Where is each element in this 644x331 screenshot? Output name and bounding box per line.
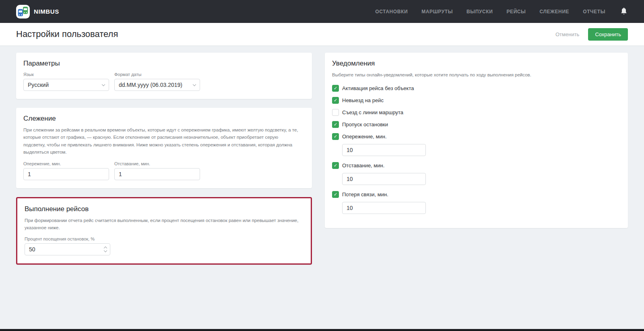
notification-item-label: Потеря связи, мин. [342, 191, 388, 197]
notification-item-label: Опережение, мин. [342, 134, 387, 140]
checkbox-checked-icon[interactable]: ✓ [332, 121, 339, 128]
page-title: Настройки пользователя [16, 29, 118, 39]
nav-item-остановки[interactable]: ОСТАНОВКИ [375, 9, 408, 14]
notification-item: ✓Потеря связи, мин. [332, 191, 621, 214]
notification-item: ✓Пропуск остановки [332, 121, 621, 128]
notification-threshold-input[interactable] [342, 173, 426, 185]
card-notifications-description: Выберите типы онлайн-уведомлений, которы… [332, 71, 610, 78]
nav-links: ОСТАНОВКИМАРШРУТЫВЫПУСКИРЕЙСЫСЛЕЖЕНИЕОТЧ… [375, 9, 605, 14]
bell-icon [620, 7, 628, 16]
number-stepper[interactable] [104, 243, 107, 255]
nav-item-слежение[interactable]: СЛЕЖЕНИЕ [539, 9, 569, 14]
nav-item-рейсы[interactable]: РЕЙСЫ [506, 9, 526, 14]
date-format-field: Формат даты dd.MM.yyyy (06.03.2019) [114, 72, 200, 91]
notifications-bell-button[interactable] [620, 7, 628, 16]
stop-visit-percent-input[interactable] [25, 243, 110, 255]
notification-checkbox-row[interactable]: Съезд с линии маршрута [332, 109, 621, 116]
notification-list: ✓Активация рейса без объекта✓Невыезд на … [332, 85, 621, 214]
notification-checkbox-row[interactable]: ✓Активация рейса без объекта [332, 85, 621, 92]
lead-minutes-label: Опережение, мин. [23, 161, 109, 166]
notification-item: Съезд с линии маршрута [332, 109, 621, 116]
card-parameters: Параметры Язык Русский Формат даты dd.MM… [16, 53, 312, 99]
lag-minutes-field: Отставание, мин. [114, 161, 200, 180]
language-field: Язык Русский [23, 72, 109, 91]
notification-checkbox-row[interactable]: ✓Опережение, мин. [332, 133, 621, 140]
chevron-down-icon [102, 82, 105, 86]
card-notifications: Уведомления Выберите типы онлайн-уведомл… [325, 53, 628, 228]
card-tracking: Слежение При слежении за рейсами в реаль… [16, 108, 312, 188]
checkbox-checked-icon[interactable]: ✓ [332, 97, 339, 104]
language-label: Язык [23, 72, 109, 77]
language-select[interactable]: Русский [23, 79, 109, 91]
lag-minutes-label: Отставание, мин. [114, 161, 200, 166]
lead-minutes-input[interactable] [23, 168, 109, 180]
card-trip-execution-description: При формировании отчета рейс считается в… [25, 217, 302, 232]
card-tracking-description: При слежении за рейсами в реальном време… [23, 126, 301, 156]
stop-visit-percent-label: Процент посещения остановок, % [25, 236, 110, 241]
notification-checkbox-row[interactable]: ✓Невыезд на рейс [332, 97, 621, 104]
language-selected-value: Русский [28, 82, 49, 88]
stepper-down-icon[interactable] [104, 249, 107, 252]
notification-item: ✓Активация рейса без объекта [332, 85, 621, 92]
notification-checkbox-row[interactable]: ✓Отставание, мин. [332, 162, 621, 169]
chevron-down-icon [193, 82, 196, 86]
bottom-edge-bar [0, 329, 644, 331]
lag-minutes-input[interactable] [114, 168, 200, 180]
header-actions: Отменить Сохранить [555, 28, 628, 41]
left-column: Параметры Язык Русский Формат даты dd.MM… [16, 53, 312, 265]
notification-item: ✓Опережение, мин. [332, 133, 621, 156]
checkbox-checked-icon[interactable]: ✓ [332, 191, 339, 198]
nav-item-маршруты[interactable]: МАРШРУТЫ [421, 9, 453, 14]
card-parameters-title: Параметры [23, 60, 305, 68]
date-format-label: Формат даты [114, 72, 200, 77]
checkbox-unchecked-icon[interactable] [332, 109, 339, 116]
top-navbar: NIMBUS ОСТАНОВКИМАРШРУТЫВЫПУСКИРЕЙСЫСЛЕЖ… [0, 0, 644, 23]
brand[interactable]: NIMBUS [16, 5, 59, 19]
nimbus-logo-icon [16, 5, 30, 19]
card-trip-execution-title: Выполнение рейсов [25, 205, 303, 213]
page-header: Настройки пользователя Отменить Сохранит… [0, 23, 644, 45]
notification-item-label: Отставание, мин. [342, 162, 384, 169]
stop-visit-percent-field: Процент посещения остановок, % [25, 236, 110, 255]
checkbox-checked-icon[interactable]: ✓ [332, 85, 339, 92]
checkbox-checked-icon[interactable]: ✓ [332, 133, 339, 140]
card-trip-execution: Выполнение рейсов При формировании отчет… [16, 197, 312, 265]
notification-item-label: Съезд с линии маршрута [342, 109, 403, 115]
card-tracking-title: Слежение [23, 115, 305, 123]
notification-threshold-input[interactable] [342, 144, 426, 156]
card-notifications-title: Уведомления [332, 60, 621, 68]
nav-item-отчеты[interactable]: ОТЧЕТЫ [583, 9, 605, 14]
checkbox-checked-icon[interactable]: ✓ [332, 162, 339, 169]
notification-threshold-input[interactable] [342, 202, 426, 214]
notification-item: ✓Отставание, мин. [332, 162, 621, 185]
save-button[interactable]: Сохранить [588, 28, 628, 41]
notification-item-label: Пропуск остановки [342, 121, 388, 127]
notification-item: ✓Невыезд на рейс [332, 97, 621, 104]
lead-minutes-field: Опережение, мин. [23, 161, 109, 180]
notification-checkbox-row[interactable]: ✓Пропуск остановки [332, 121, 621, 128]
notification-item-label: Активация рейса без объекта [342, 85, 414, 91]
date-format-select[interactable]: dd.MM.yyyy (06.03.2019) [114, 79, 200, 91]
nav-item-выпуски[interactable]: ВЫПУСКИ [466, 9, 493, 14]
date-format-selected-value: dd.MM.yyyy (06.03.2019) [119, 82, 182, 88]
notification-item-label: Невыезд на рейс [342, 97, 384, 103]
settings-content: Параметры Язык Русский Формат даты dd.MM… [0, 45, 644, 265]
cancel-button[interactable]: Отменить [555, 31, 579, 37]
notification-checkbox-row[interactable]: ✓Потеря связи, мин. [332, 191, 621, 198]
brand-name: NIMBUS [34, 8, 59, 15]
